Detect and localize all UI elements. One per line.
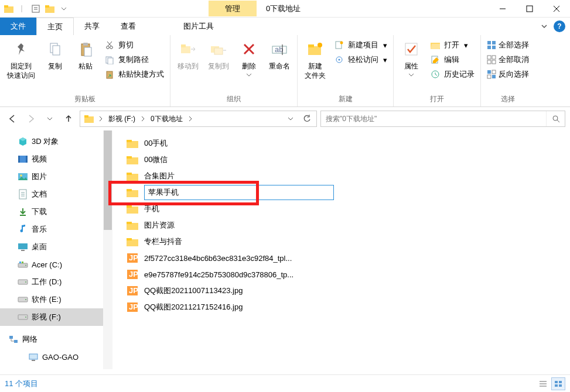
close-button[interactable] xyxy=(543,0,570,18)
rename-button[interactable]: ab 重命名 xyxy=(264,37,295,71)
file-row[interactable]: JPGQQ截图20211217152416.jpg xyxy=(127,299,570,315)
file-name: 图片资源 xyxy=(144,220,175,231)
properties-button[interactable]: 属性 xyxy=(396,37,426,77)
select-all-button[interactable]: 全部选择 xyxy=(484,38,531,52)
refresh-button[interactable] xyxy=(299,111,315,126)
tree-item[interactable]: 下载 xyxy=(0,203,112,221)
file-row[interactable]: 图片资源 xyxy=(127,217,570,233)
tree-item[interactable]: 桌面 xyxy=(0,238,112,256)
file-row[interactable]: JPGe9e75787fe914c25b753080d9c378806_tp..… xyxy=(127,266,570,283)
svg-rect-55 xyxy=(492,75,496,78)
breadcrumb-seg-drive[interactable]: 影视 (F:) xyxy=(105,111,139,126)
desktop-icon xyxy=(18,242,28,252)
copy-button[interactable]: 复制 xyxy=(40,37,70,71)
tree-item-label: 下载 xyxy=(32,207,47,217)
ribbon: 固定到 快速访问 复制 粘贴 剪切 复制路径 粘贴快捷方式 剪贴板 移动到 xyxy=(0,35,570,107)
tree-item[interactable]: GAO-GAO xyxy=(0,348,112,366)
file-list[interactable]: 00手机00微信合集图片手机图片资源专栏与抖音JPG2f5727cc318e4b… xyxy=(112,130,570,369)
qat-open-folder-icon[interactable] xyxy=(43,2,56,15)
ribbon-collapse-button[interactable] xyxy=(537,19,551,33)
file-name: 00微信 xyxy=(144,154,168,165)
rename-input[interactable] xyxy=(144,185,334,200)
minimize-button[interactable] xyxy=(489,0,516,18)
edit-button[interactable]: 编辑 xyxy=(428,53,477,67)
breadcrumb-seg-folder[interactable]: 0下载地址 xyxy=(147,111,186,126)
nav-scrollbar[interactable] xyxy=(103,130,112,369)
address-dropdown-button[interactable] xyxy=(282,111,299,126)
folder-icon xyxy=(127,187,138,198)
new-item-button[interactable]: 新建项目▾ xyxy=(332,38,390,52)
nav-forward-button[interactable] xyxy=(23,111,39,126)
view-large-icons-button[interactable] xyxy=(551,377,565,390)
qat-properties-icon[interactable] xyxy=(29,2,42,15)
svg-point-17 xyxy=(107,46,110,49)
search-button[interactable] xyxy=(546,111,565,126)
tree-item[interactable]: 音乐 xyxy=(0,221,112,238)
tab-share[interactable]: 共享 xyxy=(74,18,110,35)
delete-x-icon xyxy=(241,39,257,59)
search-box[interactable] xyxy=(320,111,565,127)
select-none-icon xyxy=(487,55,496,64)
select-none-button[interactable]: 全部取消 xyxy=(484,53,531,67)
svg-rect-85 xyxy=(29,354,37,359)
svg-rect-45 xyxy=(492,41,496,44)
copy-to-button[interactable]: 复制到 xyxy=(203,37,234,71)
file-row[interactable]: JPGQQ截图20211007113423.jpg xyxy=(127,283,570,299)
tree-item[interactable]: 图片 xyxy=(0,168,112,185)
maximize-button[interactable] xyxy=(516,0,543,18)
copy-path-button[interactable]: 复制路径 xyxy=(102,53,166,67)
svg-rect-27 xyxy=(214,48,223,54)
delete-button[interactable]: 删除 xyxy=(234,37,264,77)
chevron-right-icon[interactable] xyxy=(186,116,194,122)
tree-item[interactable]: 文档 xyxy=(0,185,112,203)
svg-rect-113 xyxy=(559,381,562,383)
tree-item[interactable]: 工作 (D:) xyxy=(0,273,112,291)
chevron-right-icon[interactable] xyxy=(139,116,147,122)
nav-scrollbar-thumb[interactable] xyxy=(104,130,112,230)
open-button[interactable]: 打开▾ xyxy=(428,38,477,52)
nav-recent-dropdown[interactable] xyxy=(42,111,57,126)
tree-item[interactable]: 视频 xyxy=(0,150,112,168)
tree-item[interactable]: 影视 (F:) xyxy=(0,308,112,326)
tab-view[interactable]: 查看 xyxy=(110,18,146,35)
view-details-button[interactable] xyxy=(536,377,550,390)
tab-picture-tools[interactable]: 图片工具 xyxy=(173,18,224,35)
tab-file[interactable]: 文件 xyxy=(0,18,36,35)
tree-item[interactable]: 网络 xyxy=(0,331,112,348)
file-row[interactable]: 合集图片 xyxy=(127,168,570,184)
help-button[interactable]: ? xyxy=(554,20,565,32)
nav-up-button[interactable] xyxy=(61,111,76,126)
file-row[interactable]: 手机 xyxy=(127,201,570,217)
qat-dropdown-icon[interactable] xyxy=(57,2,70,15)
search-input[interactable] xyxy=(321,115,546,123)
svg-rect-33 xyxy=(308,46,321,55)
pin-to-quick-access-button[interactable]: 固定到 快速访问 xyxy=(2,37,40,80)
image-file-icon: JPG xyxy=(127,301,138,313)
nav-back-button[interactable] xyxy=(5,111,20,126)
edit-icon xyxy=(430,54,441,65)
svg-rect-86 xyxy=(32,360,35,361)
tree-item[interactable]: 3D 对象 xyxy=(0,133,112,150)
file-row[interactable]: 00手机 xyxy=(127,135,570,152)
file-row[interactable]: 专栏与抖音 xyxy=(127,233,570,250)
file-row[interactable]: 00微信 xyxy=(127,152,570,168)
file-row[interactable] xyxy=(127,184,570,201)
open-folder-icon xyxy=(430,40,441,50)
tree-item[interactable]: Acer (C:) xyxy=(0,256,112,273)
chevron-right-icon[interactable] xyxy=(97,116,105,122)
tab-home[interactable]: 主页 xyxy=(36,18,74,35)
address-bar[interactable]: 影视 (F:) 0下载地址 xyxy=(80,111,317,127)
paste-button[interactable]: 粘贴 xyxy=(70,37,101,71)
file-row[interactable]: JPG2f5727cc318e4bc6b63ec831e3c92f84_tpl.… xyxy=(127,250,570,266)
history-button[interactable]: 历史记录 xyxy=(428,67,477,81)
tree-item[interactable]: 软件 (E:) xyxy=(0,291,112,308)
cut-button[interactable]: 剪切 xyxy=(102,38,166,52)
status-item-count: 11 个项目 xyxy=(5,379,38,389)
invert-selection-button[interactable]: 反向选择 xyxy=(484,67,531,81)
move-to-button[interactable]: 移动到 xyxy=(173,37,203,71)
paste-shortcut-button[interactable]: 粘贴快捷方式 xyxy=(102,67,166,81)
easy-access-button[interactable]: 轻松访问▾ xyxy=(332,53,390,67)
new-folder-button[interactable]: 新建 文件夹 xyxy=(300,37,330,80)
drive-icon xyxy=(18,294,28,305)
pictures-icon xyxy=(18,171,28,182)
